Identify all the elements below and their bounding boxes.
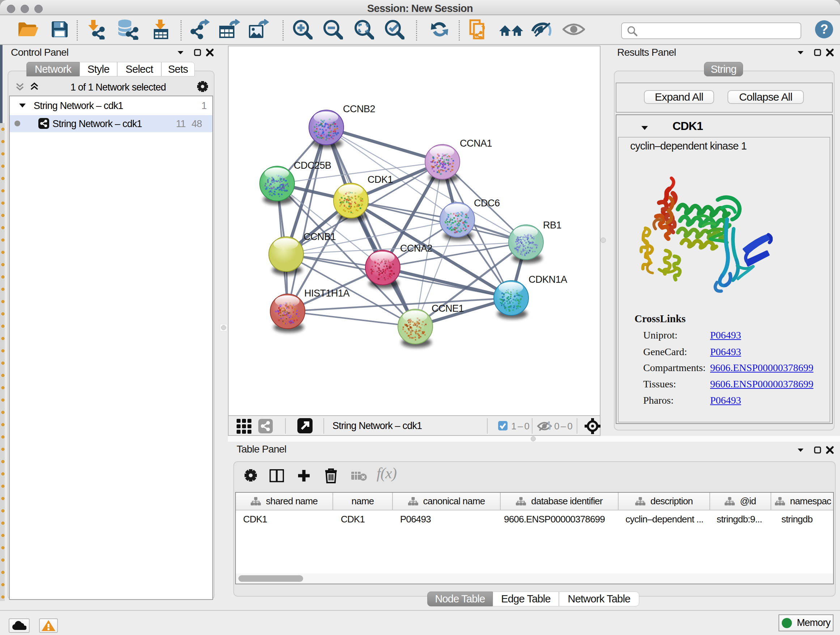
svg-text:CCNE1: CCNE1 <box>431 303 464 314</box>
svg-text:CCNA1: CCNA1 <box>460 138 492 149</box>
svg-text:CCNB2: CCNB2 <box>343 103 375 114</box>
svg-text:CDC6: CDC6 <box>474 198 500 209</box>
svg-text:CDK1: CDK1 <box>368 174 393 185</box>
svg-text:CCNA2: CCNA2 <box>400 243 432 254</box>
svg-text:CDC25B: CDC25B <box>294 160 332 171</box>
svg-text:RB1: RB1 <box>543 220 561 231</box>
svg-text:?: ? <box>820 22 828 36</box>
svg-text:HIST1H1A: HIST1H1A <box>304 288 350 299</box>
svg-text:CCNB1: CCNB1 <box>303 231 336 242</box>
svg-text:CDKN1A: CDKN1A <box>529 274 567 285</box>
